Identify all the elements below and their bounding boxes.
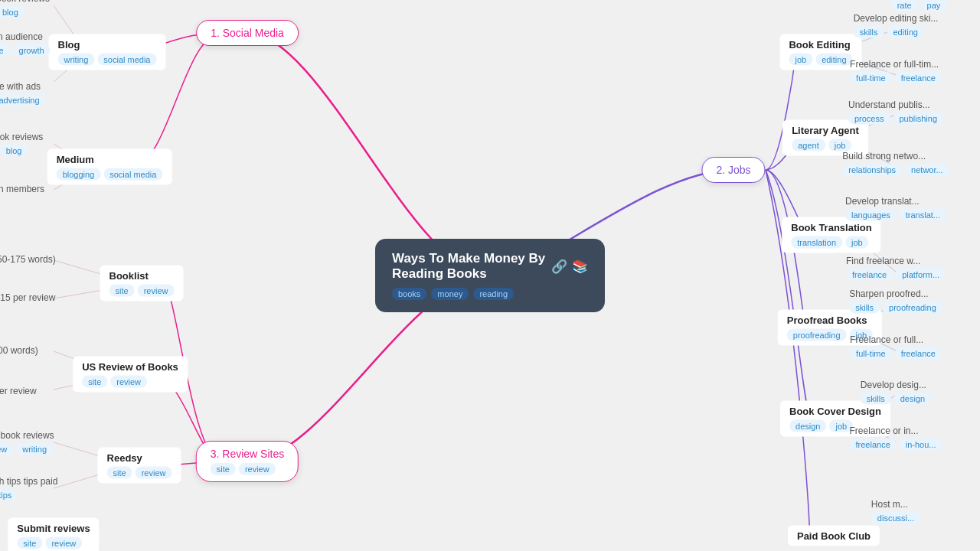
detail-members: n members <box>0 184 44 196</box>
central-title-text: Ways To Make Money By Reading Books <box>392 251 547 282</box>
tag-books: books <box>392 288 426 300</box>
detail-write-reviews: Write book reviews review writing <box>0 430 54 455</box>
detail-host: Host m... discussi... <box>871 499 920 524</box>
mindmap-canvas: Ways To Make Money By Reading Books 🔗 📚 … <box>0 0 980 551</box>
detail-audience: an audience e growth <box>0 31 51 57</box>
tag-social-media2: social media <box>103 168 162 181</box>
topic-submit-label: Submit reviews <box>17 523 90 534</box>
detail-per-review: per review <box>0 386 37 398</box>
topic-medium-label: Medium <box>57 154 163 165</box>
topic-booklist[interactable]: Booklist site review <box>100 266 184 302</box>
detail-medium-reviews: ok reviews blog <box>0 132 43 157</box>
topic-us-review[interactable]: US Review of Books site review <box>73 357 188 393</box>
detail-find-freelance: Find freelance w... freelance platform..… <box>846 256 946 281</box>
topic-blog-label: Blog <box>58 39 157 51</box>
detail-freelance-fulltime: Freelance or full-tim... full-time freel… <box>850 59 942 84</box>
topic-paid-book-club-label: Paid Book Club <box>797 530 871 542</box>
tag-blogging: blogging <box>57 168 101 181</box>
book-icon: 📚 <box>572 259 588 275</box>
detail-freelance-inhouse: Freelance or in... freelance in-hou... <box>849 425 942 451</box>
tag-money: money <box>431 288 469 300</box>
detail-tips: through tips tips paid y tips <box>0 476 57 501</box>
detail-300words: 300 words) <box>0 345 38 357</box>
topic-medium[interactable]: Medium blogging social media <box>47 149 172 185</box>
tag-site-review: site <box>211 463 236 475</box>
tag-reading: reading <box>473 288 514 300</box>
topic-submit-reviews[interactable]: Submit reviews site review <box>8 518 99 552</box>
branch-review-sites[interactable]: 3. Review Sites site review <box>196 441 299 482</box>
detail-book-reviews: book reviews blog <box>0 0 50 18</box>
branch-social-media[interactable]: 1. Social Media <box>196 20 299 46</box>
topic-paid-book-club[interactable]: Paid Book Club <box>788 526 880 546</box>
branch-jobs-label: 2. Jobs <box>716 164 750 176</box>
topic-book-cover-label: Book Cover Design <box>789 406 881 417</box>
detail-ads: ize with ads advertising <box>0 81 46 106</box>
branch-social-label: 1. Social Media <box>211 27 284 39</box>
topic-proofread-label: Proofread Books <box>787 315 873 326</box>
tag-review-review: review <box>239 463 276 475</box>
detail-develop-translation: Develop translat... languages translat..… <box>845 196 946 221</box>
detail-sharpen-proof: Sharpen proofred... skills proofreading <box>849 289 942 314</box>
branch-review-label: 3. Review Sites <box>211 448 284 460</box>
detail-words150: ws (150-175 words) <box>0 254 56 266</box>
detail-editing-skills: Develop editing ski... skills editing <box>854 13 939 38</box>
tag-writing: writing <box>58 54 95 66</box>
detail-build-network: Build strong netwo... relationships netw… <box>842 151 949 176</box>
branch-jobs[interactable]: 2. Jobs <box>701 157 765 183</box>
topic-book-translation[interactable]: Book Translation translation job <box>782 217 880 253</box>
central-title: Ways To Make Money By Reading Books 🔗 📚 <box>392 251 588 282</box>
detail-freelance-full2: Freelance or full... full-time freelance <box>850 334 942 360</box>
central-tags: books money reading <box>392 288 588 300</box>
topic-blog[interactable]: Blog writing social media <box>49 34 166 70</box>
detail-paid15: paid $15 per review pay <box>0 292 55 318</box>
topic-literary-agent-label: Literary Agent <box>792 125 859 136</box>
link-icon: 🔗 <box>551 259 567 275</box>
topic-booklist-label: Booklist <box>109 270 175 282</box>
topic-book-editing-label: Book Editing <box>789 39 852 51</box>
detail-rate-pay: rate pay <box>891 0 947 11</box>
topic-reedsy-label: Reedsy <box>107 452 172 464</box>
detail-develop-design: Develop desig... skills design <box>861 380 931 405</box>
topic-book-translation-label: Book Translation <box>791 222 871 233</box>
tag-social-media: social media <box>97 54 156 66</box>
topic-reedsy[interactable]: Reedsy site review <box>98 448 181 484</box>
central-node[interactable]: Ways To Make Money By Reading Books 🔗 📚 … <box>375 239 605 312</box>
detail-understand-publishing: Understand publis... process publishing <box>848 99 943 125</box>
topic-us-review-label: US Review of Books <box>82 361 178 373</box>
